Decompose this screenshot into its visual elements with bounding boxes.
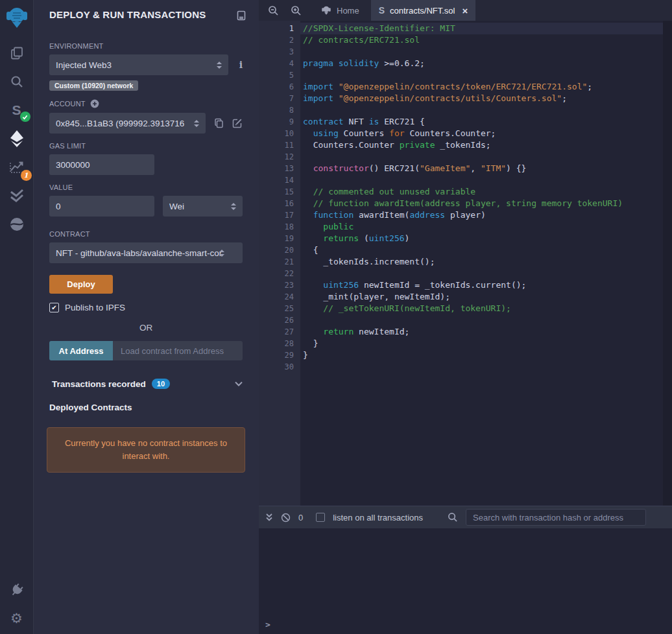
- tab-home[interactable]: Home: [313, 0, 367, 21]
- terminal-output[interactable]: >: [259, 528, 672, 634]
- code-line[interactable]: [300, 104, 663, 116]
- line-number[interactable]: 29: [259, 349, 294, 361]
- terminal-search-input[interactable]: [466, 509, 646, 526]
- line-number[interactable]: 19: [259, 233, 294, 244]
- chevron-down-icon[interactable]: [235, 381, 243, 386]
- zoom-out-icon[interactable]: [262, 0, 285, 21]
- code-line[interactable]: // function awardItem(address player, st…: [300, 198, 663, 209]
- line-number[interactable]: 30: [259, 361, 294, 373]
- code-line[interactable]: {: [300, 244, 663, 256]
- code-line[interactable]: [300, 361, 663, 373]
- deploy-run-icon[interactable]: [7, 130, 27, 148]
- code-line[interactable]: pragma solidity >=0.6.2;: [300, 58, 663, 69]
- account-select[interactable]: 0x845...B1aB3 (999992.3913716: [49, 113, 206, 134]
- code-line[interactable]: }: [300, 338, 663, 349]
- code-line[interactable]: using Counters for Counters.Counter;: [300, 128, 663, 139]
- code-line[interactable]: constructor() ERC721("GameItem", "ITM") …: [300, 163, 663, 174]
- plugin-manager-icon[interactable]: [7, 581, 27, 599]
- transactions-recorded-row[interactable]: Transactions recorded 10: [49, 379, 243, 389]
- editor-scrollbar[interactable]: [663, 21, 672, 506]
- line-number[interactable]: 8: [259, 104, 294, 116]
- at-address-button[interactable]: At Address: [49, 341, 113, 360]
- file-explorer-icon[interactable]: [7, 44, 27, 62]
- code-line[interactable]: //SPDX-License-Identifier: MIT: [300, 23, 663, 34]
- publish-ipfs-checkbox[interactable]: [49, 303, 59, 312]
- code-line[interactable]: Counters.Counter private _tokenIds;: [300, 139, 663, 151]
- editor-code[interactable]: //SPDX-License-Identifier: MIT// contrac…: [300, 21, 663, 506]
- line-number[interactable]: 9: [259, 116, 294, 128]
- static-analysis-icon[interactable]: [7, 187, 27, 205]
- code-line[interactable]: returns (uint256): [300, 233, 663, 244]
- line-number[interactable]: 3: [259, 46, 294, 58]
- add-account-icon[interactable]: [90, 99, 99, 108]
- line-number[interactable]: 4: [259, 58, 294, 69]
- code-line[interactable]: return newItemId;: [300, 326, 663, 338]
- code-line[interactable]: _tokenIds.increment();: [300, 256, 663, 268]
- value-input[interactable]: 0: [49, 196, 154, 217]
- line-number[interactable]: 20: [259, 244, 294, 256]
- contract-select[interactable]: NFT - github/ava-labs/avalanche-smart-co…: [49, 242, 243, 263]
- copy-account-icon[interactable]: [214, 118, 224, 128]
- close-tab-icon[interactable]: ×: [462, 5, 468, 16]
- remix-logo-icon[interactable]: [5, 5, 29, 32]
- line-number[interactable]: 16: [259, 198, 294, 209]
- clear-console-icon[interactable]: [281, 513, 291, 522]
- solidity-compiler-icon[interactable]: S: [7, 101, 27, 119]
- listen-transactions-checkbox[interactable]: [316, 513, 325, 522]
- value-unit-select[interactable]: Wei: [163, 196, 243, 217]
- code-editor[interactable]: 1234567891011121314151617181920212223242…: [259, 21, 672, 506]
- code-line[interactable]: // _setTokenURI(newItemId, tokenURI);: [300, 303, 663, 314]
- line-number[interactable]: 22: [259, 268, 294, 279]
- code-line[interactable]: [300, 174, 663, 186]
- code-line[interactable]: [300, 151, 663, 163]
- line-number[interactable]: 1: [259, 23, 294, 34]
- line-number[interactable]: 7: [259, 93, 294, 104]
- zoom-in-icon[interactable]: [285, 0, 307, 21]
- code-line[interactable]: // commented out unused variable: [300, 186, 663, 198]
- line-number[interactable]: 24: [259, 291, 294, 303]
- line-number[interactable]: 2: [259, 34, 294, 46]
- line-number[interactable]: 18: [259, 221, 294, 233]
- line-number[interactable]: 23: [259, 279, 294, 291]
- line-number[interactable]: 14: [259, 174, 294, 186]
- edit-account-icon[interactable]: [232, 118, 243, 128]
- code-line[interactable]: contract NFT is ERC721 {: [300, 116, 663, 128]
- code-line[interactable]: [300, 314, 663, 326]
- line-number[interactable]: 15: [259, 186, 294, 198]
- code-line[interactable]: import "@openzeppelin/contracts/utils/Co…: [300, 93, 663, 104]
- line-number[interactable]: 11: [259, 139, 294, 151]
- line-number[interactable]: 28: [259, 338, 294, 349]
- code-line[interactable]: // contracts/ERC721.sol: [300, 34, 663, 46]
- code-line[interactable]: function awardItem(address player): [300, 209, 663, 221]
- code-line[interactable]: [300, 268, 663, 279]
- line-number[interactable]: 27: [259, 326, 294, 338]
- search-icon[interactable]: [7, 73, 27, 91]
- code-line[interactable]: uint256 newItemId = _tokenIds.current();: [300, 279, 663, 291]
- at-address-input[interactable]: [113, 341, 243, 360]
- code-line[interactable]: [300, 69, 663, 81]
- line-number[interactable]: 10: [259, 128, 294, 139]
- code-line[interactable]: }: [300, 349, 663, 361]
- line-number[interactable]: 21: [259, 256, 294, 268]
- line-number[interactable]: 17: [259, 209, 294, 221]
- code-line[interactable]: _mint(player, newItemId);: [300, 291, 663, 303]
- line-number[interactable]: 5: [259, 69, 294, 81]
- environment-info-icon[interactable]: i: [239, 60, 243, 70]
- environment-select[interactable]: Injected Web3: [49, 54, 228, 75]
- expand-terminal-icon[interactable]: [265, 513, 273, 522]
- editor-gutter[interactable]: 1234567891011121314151617181920212223242…: [259, 21, 300, 506]
- line-number[interactable]: 12: [259, 151, 294, 163]
- debugger-icon[interactable]: [7, 215, 27, 233]
- analytics-icon[interactable]: 1: [7, 158, 27, 176]
- line-number[interactable]: 6: [259, 81, 294, 93]
- code-line[interactable]: public: [300, 221, 663, 233]
- deploy-button[interactable]: Deploy: [49, 275, 113, 294]
- line-number[interactable]: 26: [259, 314, 294, 326]
- code-line[interactable]: import "@openzeppelin/contracts/token/ER…: [300, 81, 663, 93]
- documentation-icon[interactable]: [237, 10, 246, 23]
- line-number[interactable]: 13: [259, 163, 294, 174]
- line-number[interactable]: 25: [259, 303, 294, 314]
- tab-contracts-nft-sol[interactable]: S contracts/NFT.sol ×: [371, 0, 476, 21]
- code-line[interactable]: [300, 46, 663, 58]
- gas-limit-input[interactable]: 3000000: [49, 154, 154, 175]
